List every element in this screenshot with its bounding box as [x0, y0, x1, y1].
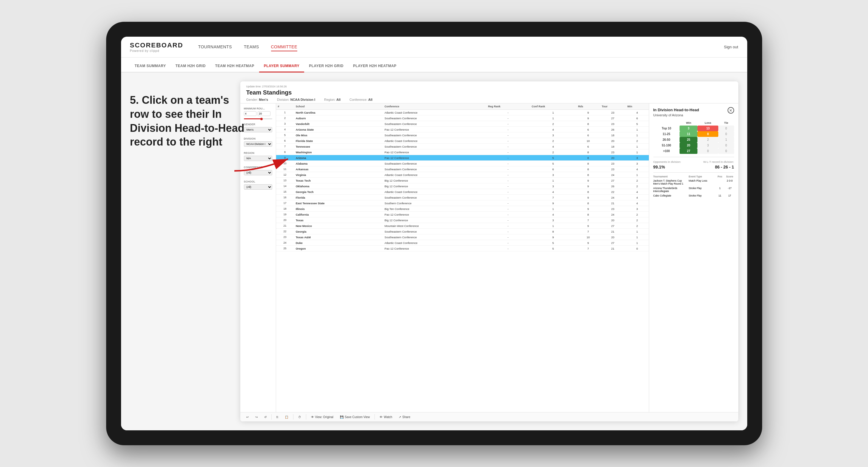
tournament-header-row: Tournament Event Type Pos Score [653, 175, 734, 178]
nav-tournaments[interactable]: TOURNAMENTS [198, 43, 232, 51]
col-win: Win [626, 103, 649, 110]
clock-button[interactable]: ⏱ [297, 414, 303, 419]
save-icon: 💾 [340, 415, 343, 419]
table-row[interactable]: 22 Georgia Southeastern Conference - 8 7… [276, 229, 649, 235]
sub-nav: TEAM SUMMARY TEAM H2H GRID TEAM H2H HEAT… [121, 58, 747, 72]
hdh-row: >100 27 0 0 [653, 148, 734, 154]
hdh-header: ✕ In Division Head-to-Head University of… [653, 108, 734, 117]
table-row[interactable]: 24 Duke Atlantic Coast Conference - 5 9 … [276, 240, 649, 246]
hdh-stats: Opponents in division: W-L-T record in-d… [653, 160, 734, 169]
school-select[interactable]: (All) [244, 184, 272, 190]
table-row[interactable]: 21 New Mexico Mountain West Conference -… [276, 223, 649, 229]
view-original-label: View: Original [315, 415, 334, 419]
annotation-area: 5. Click on a team's row to see their In… [121, 84, 258, 158]
tournament-row: Cabo Collegiate Stroke Play 11 17 [653, 194, 734, 197]
toolbar-sep2 [293, 414, 293, 419]
watch-button[interactable]: 👁 Watch [378, 414, 394, 419]
table-row[interactable]: 11 Arkansas Southeastern Conference - 6 … [276, 166, 649, 172]
table-row[interactable]: 6 Florida State Atlantic Coast Conferenc… [276, 138, 649, 144]
table-row[interactable]: 7 Tennessee Southeastern Conference - 4 … [276, 144, 649, 149]
share-button[interactable]: ↗ Share [397, 414, 412, 419]
annotation-text: 5. Click on a team's row to see their In… [130, 93, 249, 149]
update-time: Update time: 27/03/2024 16:56:26 [246, 85, 732, 88]
conference-select[interactable]: (All) [244, 170, 272, 175]
share-label: Share [402, 415, 410, 419]
tournament-rows: Jackson T. Stephens Cup Men's Match Play… [653, 179, 734, 197]
copy-button[interactable]: ⎘ [275, 414, 280, 419]
hdh-close-button[interactable]: ✕ [727, 107, 734, 114]
subnav-player-summary[interactable]: PLAYER SUMMARY [259, 64, 304, 72]
subnav-team-h2h-grid[interactable]: TEAM H2H GRID [170, 64, 210, 72]
panel-title: Team Standings [246, 89, 732, 96]
table-row[interactable]: 2 Auburn Southeastern Conference - 1 9 2… [276, 116, 649, 121]
table-row[interactable]: 16 Florida Southeastern Conference - 7 9… [276, 195, 649, 200]
table-row[interactable]: 1 North Carolina Atlantic Coast Conferen… [276, 110, 649, 116]
hdh-row: 26-50 25 2 1 [653, 137, 734, 143]
table-row[interactable]: 14 Oklahoma Big 12 Conference - 3 9 26 2 [276, 183, 649, 189]
save-custom-button[interactable]: 💾 Save Custom View [338, 414, 372, 419]
hdh-opponents-row: Opponents in division: W-L-T record in-d… [653, 160, 734, 163]
reset-button[interactable]: ↺ [262, 414, 268, 419]
hdh-table: Win Loss Tie Top 10 3 13 0 11-25 11 8 0 [653, 120, 734, 154]
hdh-col-tie: Tie [718, 120, 734, 126]
subnav-player-h2h-heatmap[interactable]: PLAYER H2H HEATMAP [348, 64, 401, 72]
tournament-row: Jackson T. Stephens Cup Men's Match Play… [653, 179, 734, 185]
school-filter: School (All) [244, 180, 272, 191]
hdh-col-win: Win [680, 120, 698, 126]
hdh-opponents-value: 99.1% [653, 165, 665, 169]
tournament-section: Tournament Event Type Pos Score Jackson … [653, 175, 734, 197]
col-conference: Conference [383, 103, 486, 110]
app-panel: Update time: 27/03/2024 16:56:26 Team St… [240, 82, 738, 422]
subnav-team-summary[interactable]: TEAM SUMMARY [130, 64, 171, 72]
conference-filter: Conference (All) [244, 166, 272, 177]
hdh-col-loss: Loss [698, 120, 718, 126]
top-nav-links: TOURNAMENTS TEAMS COMMITTEE [198, 43, 724, 51]
table-row[interactable]: 10 Alabama Southeastern Conference - 5 8… [276, 161, 649, 166]
min-rounds-max[interactable] [258, 111, 271, 116]
col-rds: Rds [577, 103, 600, 110]
paste-button[interactable]: 📋 [283, 414, 290, 419]
table-row[interactable]: 23 Texas A&M Southeastern Conference - 9… [276, 235, 649, 240]
tablet-frame: SCOREBOARD Powered by clippd TOURNAMENTS… [106, 22, 762, 445]
hdh-record-value: 86 - 26 - 1 [715, 165, 734, 169]
standings-area[interactable]: # School Conference Reg Rank Conf Rank R… [276, 103, 649, 412]
hdh-values-row: 99.1% 86 - 26 - 1 [653, 165, 734, 169]
table-row[interactable]: 20 Texas Big 12 Conference - 3 7 20 2 [276, 217, 649, 223]
sign-out-link[interactable]: Sign out [724, 45, 738, 49]
redo-button[interactable]: ↪ [253, 414, 259, 419]
table-row[interactable]: 3 Vanderbilt Southeastern Conference - 2… [276, 121, 649, 127]
standings-table: # School Conference Reg Rank Conf Rank R… [276, 103, 649, 251]
nav-committee[interactable]: COMMITTEE [271, 43, 298, 51]
panel-filters: Gender: Men's Division: NCAA Division I … [246, 98, 732, 101]
table-row[interactable]: 5 Ole Miss Southeastern Conference - 3 6… [276, 132, 649, 138]
table-row[interactable]: 12 Virginia Atlantic Coast Conference - … [276, 172, 649, 178]
undo-button[interactable]: ↩ [245, 414, 250, 419]
tablet-screen: SCOREBOARD Powered by clippd TOURNAMENTS… [121, 37, 747, 430]
nav-teams[interactable]: TEAMS [244, 43, 259, 51]
table-row[interactable]: 8 Washington Pac-12 Conference - 2 8 23 … [276, 149, 649, 155]
table-row[interactable]: 17 East Tennessee State Southern Confere… [276, 200, 649, 206]
table-row[interactable]: 18 Illinois Big Ten Conference - 1 9 23 … [276, 206, 649, 212]
view-original-button[interactable]: 👁 View: Original [309, 414, 336, 419]
table-row[interactable]: 19 California Pac-12 Conference - 4 8 24… [276, 212, 649, 217]
hdh-title: In Division Head-to-Head [653, 108, 734, 112]
top-nav: SCOREBOARD Powered by clippd TOURNAMENTS… [121, 37, 747, 58]
logo-text: SCOREBOARD [130, 41, 183, 49]
table-row[interactable]: 25 Oregon Pac-12 Conference - 5 7 21 0 [276, 246, 649, 251]
toolbar: ↩ ↪ ↺ ⎘ 📋 ⏱ 👁 View: Original 💾 Sa [240, 412, 738, 422]
watch-label: Watch [384, 415, 392, 419]
hdh-row: 11-25 11 8 0 [653, 131, 734, 137]
table-row[interactable]: 4 Arizona State Pac-12 Conference - 4 6 … [276, 127, 649, 132]
main-content: 5. Click on a team's row to see their In… [121, 72, 747, 430]
tournament-row: Arizona Thunderbirds Intercollegiate Str… [653, 187, 734, 193]
logo-sub: Powered by clippd [130, 49, 183, 53]
table-row[interactable]: 15 Georgia Tech Atlantic Coast Conferenc… [276, 189, 649, 195]
view-icon: 👁 [311, 415, 314, 419]
subnav-team-h2h-heatmap[interactable]: TEAM H2H HEATMAP [211, 64, 259, 72]
hdh-row: 51-100 20 3 0 [653, 143, 734, 148]
hdh-row: Top 10 3 13 0 [653, 126, 734, 131]
table-row[interactable]: 9 Arizona Pac-12 Conference - 5 8 20 3 [276, 155, 649, 161]
table-row[interactable]: 13 Texas Tech Big 12 Conference - 1 9 27… [276, 178, 649, 183]
panel-header: Update time: 27/03/2024 16:56:26 Team St… [240, 82, 738, 103]
subnav-player-h2h-grid[interactable]: PLAYER H2H GRID [304, 64, 348, 72]
